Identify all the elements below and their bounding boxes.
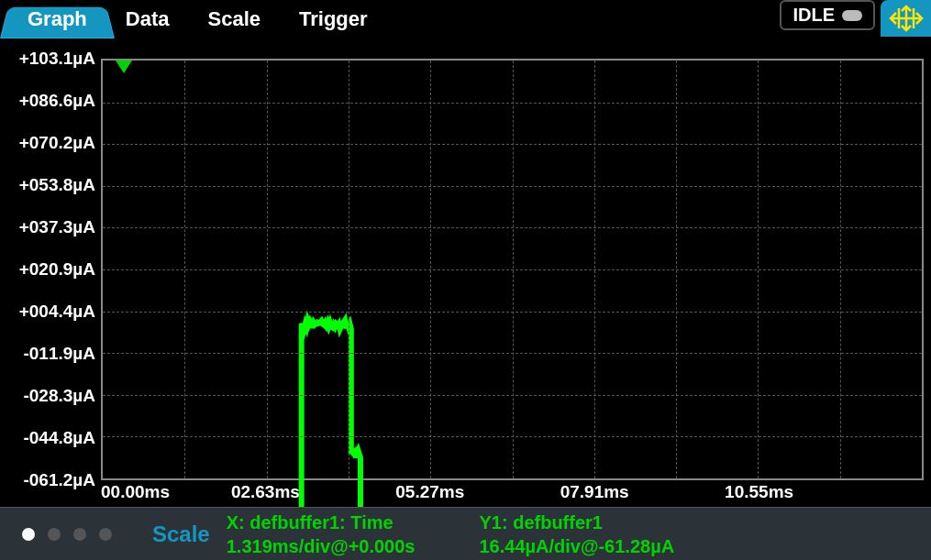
graph-area[interactable]: +103.1µA+086.6µA+070.2µA+053.8µA+037.3µA…	[0, 40, 927, 508]
gridline-v	[513, 60, 514, 478]
footer-scale-title: Scale	[152, 522, 210, 547]
gridline-h	[103, 353, 922, 354]
footer-y-line2: 16.44µA/div@-61.28µA	[479, 534, 674, 558]
footer-y-line1: Y1: defbuffer1	[479, 511, 674, 534]
status-text: IDLE	[792, 5, 835, 26]
x-axis-labels: 00.00ms02.63ms05.27ms07.91ms10.55ms	[101, 482, 924, 506]
tab-data-label: Data	[126, 7, 170, 31]
x-tick-label: 07.91ms	[560, 482, 629, 502]
pager-dot-3[interactable]	[73, 528, 86, 541]
y-tick-label: -011.9µA	[23, 344, 95, 364]
tab-trigger-label: Trigger	[299, 7, 368, 31]
x-tick-label: 10.55ms	[725, 482, 793, 502]
tab-scale-label: Scale	[207, 7, 260, 31]
footer-y-scale[interactable]: Y1: defbuffer1 16.44µA/div@-61.28µA	[479, 511, 674, 558]
y-tick-label: -028.3µA	[23, 386, 95, 406]
tab-graph[interactable]: Graph	[0, 0, 115, 38]
gridline-v	[840, 60, 841, 478]
pager-dot-1[interactable]	[22, 528, 35, 541]
footer-x-scale[interactable]: X: defbuffer1: Time 1.319ms/div@+0.000s	[227, 511, 416, 558]
y-tick-label: +004.4µA	[19, 302, 95, 322]
y-axis-labels: +103.1µA+086.6µA+070.2µA+053.8µA+037.3µA…	[0, 40, 101, 482]
y-tick-label: -061.2µA	[23, 470, 95, 490]
gridline-v	[758, 60, 759, 478]
footer-x-line1: X: defbuffer1: Time	[227, 511, 416, 534]
tab-trigger[interactable]: Trigger	[272, 0, 395, 38]
y-tick-label: +020.9µA	[19, 259, 95, 280]
gridline-h	[103, 436, 922, 437]
gridline-v	[676, 60, 677, 478]
tab-graph-label: Graph	[28, 7, 87, 31]
plot-region[interactable]	[101, 59, 924, 480]
footer-bar: Scale X: defbuffer1: Time 1.319ms/div@+0…	[0, 507, 931, 560]
pager-dot-2[interactable]	[48, 528, 61, 541]
y-tick-label: -044.8µA	[23, 428, 95, 448]
status-badge: IDLE	[780, 0, 875, 30]
footer-x-line2: 1.319ms/div@+0.000s	[227, 534, 416, 558]
x-tick-label: 02.63ms	[231, 482, 300, 502]
y-tick-label: +037.3µA	[19, 217, 95, 237]
gridline-h	[103, 395, 922, 396]
x-tick-label: 05.27ms	[395, 482, 464, 502]
gridline-h	[103, 312, 922, 313]
y-tick-label: +086.6µA	[19, 91, 95, 111]
gridline-v	[594, 60, 595, 478]
x-tick-label: 00.00ms	[101, 482, 170, 502]
y-tick-label: +103.1µA	[19, 49, 95, 69]
status-indicator-icon	[842, 10, 862, 21]
y-tick-label: +053.8µA	[19, 175, 95, 195]
zoom-arrows-icon	[888, 5, 925, 32]
pager-dot-4[interactable]	[99, 528, 112, 541]
page-indicator[interactable]	[9, 528, 125, 541]
zoom-fit-button[interactable]	[881, 0, 931, 37]
y-tick-label: +070.2µA	[19, 133, 95, 153]
